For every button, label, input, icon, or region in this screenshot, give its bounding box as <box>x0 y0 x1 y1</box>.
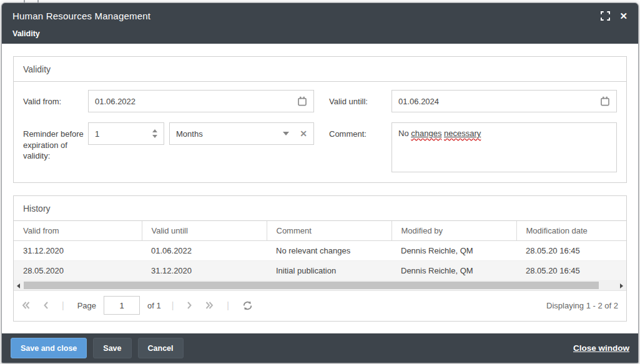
valid-from-input[interactable] <box>95 97 293 106</box>
cell-valid-from: 28.05.2020 <box>14 261 142 281</box>
valid-from-field[interactable] <box>88 90 314 112</box>
horizontal-scrollbar[interactable] <box>14 281 626 291</box>
save-and-close-button[interactable]: Save and close <box>11 338 87 358</box>
valid-until-input[interactable] <box>398 97 596 106</box>
dialog-body: Validity Valid from: <box>2 44 638 333</box>
scroll-left-icon[interactable] <box>17 283 20 288</box>
comment-textarea[interactable]: No changes necessary <box>391 122 617 172</box>
validity-panel-title: Validity <box>14 57 626 82</box>
spinner-up-icon[interactable] <box>152 129 157 132</box>
cancel-button[interactable]: Cancel <box>138 338 184 358</box>
spinner-down-icon[interactable] <box>152 135 157 138</box>
refresh-icon[interactable] <box>242 300 253 311</box>
toolbar-separator: | <box>62 300 64 310</box>
clear-icon[interactable]: ✕ <box>300 129 307 138</box>
cell-comment: Initial publication <box>267 261 391 281</box>
valid-until-label: Valid untill: <box>329 90 391 112</box>
toolbar-separator: | <box>227 300 229 310</box>
cell-modification-date: 28.05.20 16:45 <box>516 261 626 281</box>
reminder-unit-value: Months <box>176 129 203 139</box>
history-table: Valid from Valid untill Comment Modified… <box>14 221 626 281</box>
dropdown-arrow-icon[interactable] <box>283 132 289 135</box>
column-header-modified-by[interactable]: Modified by <box>391 221 516 241</box>
dialog-subtitle: Validity <box>12 29 628 38</box>
column-header-modification-date[interactable]: Modification date <box>516 221 626 241</box>
valid-until-field[interactable] <box>391 90 617 112</box>
table-header-row: Valid from Valid untill Comment Modified… <box>14 221 626 241</box>
hr-management-dialog: Human Resources Management ✕ Validity Va… <box>1 2 639 363</box>
save-button[interactable]: Save <box>93 338 131 358</box>
cell-valid-untill: 31.12.2020 <box>142 261 267 281</box>
table-row[interactable]: 28.05.2020 31.12.2020 Initial publicatio… <box>14 261 626 281</box>
reminder-unit-combo[interactable]: Months ✕ <box>169 122 314 145</box>
last-page-icon[interactable] <box>205 301 214 310</box>
close-icon[interactable]: ✕ <box>619 11 628 21</box>
column-header-valid-untill[interactable]: Valid untill <box>142 221 267 241</box>
calendar-icon[interactable] <box>297 96 307 106</box>
column-header-comment[interactable]: Comment <box>267 221 391 241</box>
page-count-label: of 1 <box>147 301 161 310</box>
cell-comment: No relevant changes <box>267 241 391 261</box>
cell-modified-by: Dennis Reichle, QM <box>391 261 516 281</box>
comment-misspelled-word: necessary <box>444 129 481 138</box>
reminder-number-input[interactable] <box>95 129 152 139</box>
toolbar-separator: | <box>172 300 174 310</box>
dialog-header: Human Resources Management ✕ Validity <box>2 3 638 44</box>
cell-modification-date: 28.05.20 16:45 <box>516 241 626 261</box>
history-panel: History Valid from Valid untill Comment … <box>13 195 627 322</box>
cell-valid-untill: 01.06.2022 <box>142 241 267 261</box>
cell-modified-by: Dennis Reichle, QM <box>391 241 516 261</box>
scroll-right-icon[interactable] <box>620 283 623 288</box>
column-header-valid-from[interactable]: Valid from <box>14 221 142 241</box>
first-page-icon[interactable] <box>22 301 30 310</box>
calendar-icon[interactable] <box>600 96 610 106</box>
prev-page-icon[interactable] <box>43 301 49 310</box>
next-page-icon[interactable] <box>187 301 192 310</box>
comment-text: No <box>398 129 411 138</box>
displaying-status: Displaying 1 - 2 of 2 <box>546 301 618 310</box>
page-label: Page <box>77 301 96 310</box>
validity-panel: Validity Valid from: <box>13 56 627 183</box>
reminder-label: Reminder before expiration of validity: <box>23 122 88 172</box>
close-window-link[interactable]: Close window <box>573 343 629 353</box>
comment-label: Comment: <box>329 122 391 172</box>
page-number-input[interactable] <box>104 296 140 315</box>
dialog-footer: Save and close Save Cancel Close window <box>2 333 638 363</box>
cell-valid-from: 31.12.2020 <box>14 241 142 261</box>
history-panel-title: History <box>14 196 626 221</box>
maximize-icon[interactable] <box>601 11 610 21</box>
scrollbar-thumb[interactable] <box>24 282 599 289</box>
valid-from-label: Valid from: <box>23 90 88 112</box>
paging-toolbar: | Page of 1 | | <box>14 291 626 321</box>
table-row[interactable]: 31.12.2020 01.06.2022 No relevant change… <box>14 241 626 261</box>
comment-misspelled-word: changes <box>411 129 441 138</box>
reminder-number-field[interactable] <box>88 122 164 145</box>
dialog-title: Human Resources Management <box>12 11 601 21</box>
